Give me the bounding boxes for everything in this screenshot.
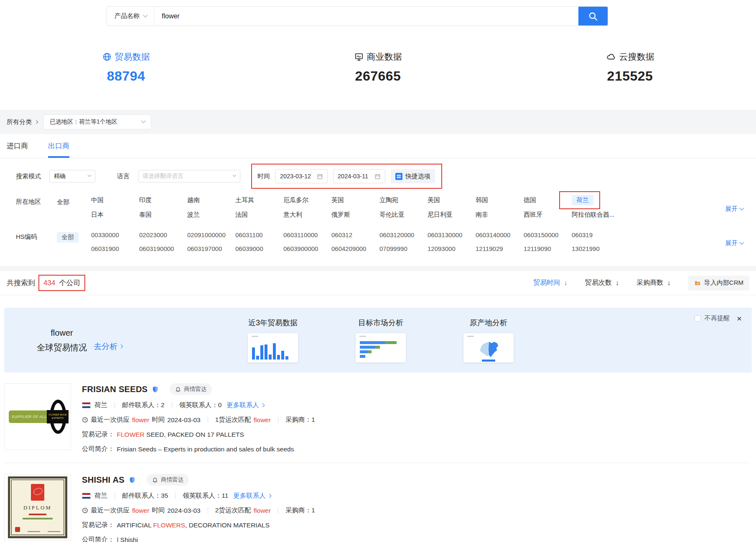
hs-code-option[interactable]: 12119029 (476, 244, 503, 253)
buyer-count: 采购商：1 (285, 415, 315, 424)
close-icon[interactable]: × (737, 314, 742, 323)
region-expand-link[interactable]: 展开 (725, 195, 743, 220)
tab-trade-data[interactable]: 贸易数据 88794 (0, 51, 252, 84)
region-option-all[interactable]: 全部 (57, 197, 69, 208)
date-from-input[interactable]: 2023-03-12 (275, 169, 328, 183)
region-option[interactable]: 尼日利亚 (428, 210, 453, 220)
hs-code-option[interactable]: 0603197000 (187, 244, 222, 253)
hs-expand-link[interactable]: 展开 (725, 230, 743, 253)
arrow-down-icon: ↓ (564, 279, 568, 287)
preview-label: 近3年贸易数据 (248, 318, 298, 328)
region-option[interactable]: 印度 (139, 195, 152, 205)
search-icon (588, 11, 598, 21)
sort-buyer-count[interactable]: 采购商数 ↓ (636, 279, 671, 287)
hs-code-option[interactable]: 06031100 (235, 230, 263, 240)
hs-code-option[interactable]: 07099990 (379, 244, 407, 253)
region-option[interactable]: 阿拉伯联合酋... (572, 210, 615, 220)
hs-code-label: HS编码 (16, 230, 57, 253)
tab-exporter[interactable]: 出口商 (48, 134, 69, 158)
hs-code-option[interactable]: 12119090 (524, 244, 551, 253)
region-option[interactable]: 波兰 (187, 210, 200, 220)
search-button[interactable] (578, 7, 608, 25)
company-name[interactable]: SHISHI AS (82, 475, 125, 485)
date-to-input[interactable]: 2024-03-11 (333, 169, 385, 183)
hs-code-option[interactable]: 0603130000 (428, 230, 462, 240)
arrow-down-icon: ↓ (667, 279, 671, 287)
hs-code-option[interactable]: 06039000 (235, 244, 263, 253)
region-option[interactable]: 荷兰 (572, 195, 593, 205)
divider (172, 402, 172, 408)
radar-badge[interactable]: 商情雷达 (147, 474, 189, 486)
region-option[interactable]: 中国 (91, 195, 104, 205)
results-suffix: 个公司 (59, 278, 80, 288)
origin-analysis-preview[interactable]: 原产地分析 (463, 318, 514, 362)
region-option[interactable]: 土耳其 (235, 195, 254, 205)
language-select[interactable]: 请选择翻译语言 (138, 170, 240, 182)
trade-analysis-banner: flower 全球贸易情况 去分析 近3年贸易数据 目标市场分析 原产地分析 (4, 308, 752, 372)
region-option[interactable]: 西班牙 (524, 210, 542, 220)
target-market-preview[interactable]: 目标市场分析 (356, 318, 406, 362)
more-contacts-link[interactable]: 更多联系人 (233, 491, 271, 500)
region-option[interactable]: 哥伦比亚 (379, 210, 405, 220)
hs-code-option[interactable]: 06031900 (91, 244, 119, 253)
hs-code-option[interactable]: 0603190000 (139, 244, 174, 253)
supply-date: 2024-03-03 (167, 416, 200, 424)
globe-icon (102, 52, 112, 61)
more-contacts-link[interactable]: 更多联系人 (227, 401, 264, 410)
verified-shield-icon[interactable] (129, 476, 136, 484)
all-categories-breadcrumb[interactable]: 所有分类 (7, 118, 38, 126)
chevron-down-icon (739, 240, 744, 244)
hs-code-option[interactable]: 13021990 (572, 244, 600, 253)
hs-code-option[interactable]: 0603150000 (524, 230, 558, 240)
region-option[interactable]: 韩国 (476, 195, 488, 205)
region-option[interactable]: 美国 (428, 195, 440, 205)
verified-shield-icon[interactable] (152, 386, 159, 393)
trade-record-label: 贸易记录： (82, 521, 115, 529)
region-option[interactable]: 意大利 (283, 210, 302, 220)
region-option[interactable]: 俄罗斯 (331, 210, 350, 220)
company-logo[interactable]: DIPLOM (4, 474, 71, 541)
bar-chart-thumbnail (248, 333, 298, 362)
quick-options-button[interactable]: 快捷选项 (391, 169, 435, 183)
sort-trade-count[interactable]: 贸易次数 ↓ (585, 279, 619, 287)
region-option[interactable]: 南非 (476, 210, 488, 220)
hs-option-all[interactable]: 全部 (57, 232, 79, 243)
company-logo[interactable]: SUPPLIER OF ALL SEEDS FLOWER BULB EXPERT… (4, 383, 71, 450)
region-option[interactable]: 立陶宛 (379, 195, 398, 205)
company-name[interactable]: FRISIAN SEEDS (82, 385, 148, 394)
region-option[interactable]: 日本 (91, 210, 104, 220)
tab-importer[interactable]: 进口商 (7, 134, 28, 158)
hs-code-option[interactable]: 00330000 (91, 230, 119, 240)
chevron-right-icon (267, 494, 271, 498)
region-option[interactable]: 泰国 (139, 210, 152, 220)
hs-code-option[interactable]: 060312 (331, 230, 352, 240)
region-option[interactable]: 越南 (187, 195, 200, 205)
search-mode-select[interactable]: 精确 (49, 170, 95, 182)
hs-code-option[interactable]: 0603140000 (476, 230, 510, 240)
import-crm-button[interactable]: 导入内部CRM (688, 276, 749, 291)
region-option[interactable]: 法国 (235, 210, 248, 220)
sort-trade-time[interactable]: 贸易时间 ↓ (533, 279, 568, 287)
hs-code-option[interactable]: 02091000000 (187, 230, 226, 240)
hs-code-option[interactable]: 0603120000 (379, 230, 414, 240)
search-input[interactable] (154, 7, 578, 25)
region-option[interactable]: 英国 (331, 195, 344, 205)
hs-code-option[interactable]: 0603110000 (283, 230, 318, 240)
analyze-link[interactable]: 去分析 (94, 341, 122, 352)
region-option[interactable]: 厄瓜多尔 (283, 195, 308, 205)
shipment-match: 2货运次匹配 (215, 506, 251, 515)
search-category-dropdown[interactable]: 产品名称 (107, 7, 154, 25)
divider (208, 507, 208, 514)
dismiss-checkbox[interactable] (695, 315, 701, 322)
trade-data-preview[interactable]: 近3年贸易数据 (248, 318, 298, 362)
hs-code-option[interactable]: 12093000 (428, 244, 456, 253)
selected-region-dropdown[interactable]: 已选地区：荷兰等1个地区 (43, 114, 151, 129)
hs-code-option[interactable]: 060319 (572, 230, 593, 240)
hs-code-option[interactable]: 0603900000 (283, 244, 318, 253)
region-option[interactable]: 德国 (524, 195, 536, 205)
tab-business-data[interactable]: 商业数据 267665 (252, 51, 504, 84)
hs-code-option[interactable]: 02023000 (139, 230, 167, 240)
hs-code-option[interactable]: 0604209000 (331, 244, 366, 253)
radar-badge[interactable]: 商情雷达 (170, 383, 212, 395)
tab-cloud-search-data[interactable]: 云搜数据 215525 (504, 51, 756, 84)
